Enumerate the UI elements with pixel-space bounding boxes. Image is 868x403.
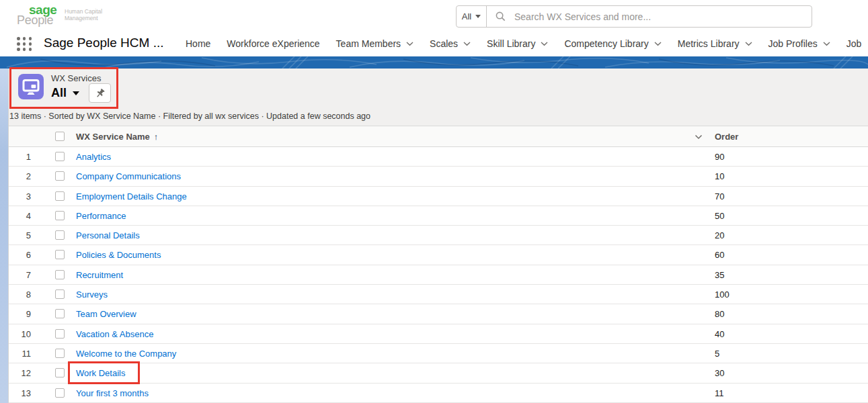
nav-item-skill-library[interactable]: Skill Library [487, 38, 548, 49]
table-row: 9Team Overview80 [0, 304, 868, 324]
order-value: 50 [715, 211, 724, 221]
nav-item-label: Skill Library [487, 38, 535, 49]
wx-services-table: WX Service Name ↑ Order 1Analytics902Com… [0, 126, 868, 403]
table-row: 1Analytics90 [0, 147, 868, 167]
logo-people-text: People [17, 13, 53, 28]
wx-service-link[interactable]: Personal Details [76, 230, 140, 240]
wx-service-link[interactable]: Recruitment [76, 270, 123, 280]
nav-item-label: Scales [430, 38, 458, 49]
row-checkbox[interactable] [55, 152, 65, 161]
order-value: 60 [715, 250, 724, 260]
order-value: 20 [715, 230, 724, 240]
wx-service-link[interactable]: Work Details [76, 368, 125, 378]
row-checkbox[interactable] [55, 349, 65, 358]
search-scope-button[interactable]: All [457, 6, 487, 27]
wx-service-link[interactable]: Surveys [76, 289, 108, 300]
wx-service-link[interactable]: Policies & Documents [76, 250, 161, 260]
nav-item-label: Competency Library [564, 38, 648, 49]
row-checkbox[interactable] [55, 250, 65, 259]
select-all-checkbox[interactable] [55, 132, 65, 141]
column-header-order[interactable]: Order [715, 132, 738, 142]
search-input[interactable] [513, 11, 803, 23]
app-name: Sage People HCM ... [44, 36, 163, 50]
order-value: 100 [715, 289, 729, 300]
row-checkbox[interactable] [55, 368, 65, 377]
chevron-down-icon [475, 15, 481, 18]
table-header-row: WX Service Name ↑ Order [0, 126, 868, 147]
nav-item-label: Metrics Library [678, 38, 740, 49]
table-row: 3Employment Details Change70 [0, 187, 868, 206]
wx-service-link[interactable]: Employment Details Change [76, 191, 187, 202]
wallpaper-texture [0, 56, 868, 69]
wx-service-link[interactable]: Vacation & Absence [76, 329, 153, 339]
logo-tagline-line1: Human Capital [65, 8, 102, 15]
wx-service-link[interactable]: Your first 3 months [76, 388, 149, 398]
wx-service-link[interactable]: Analytics [76, 152, 111, 162]
search-field-wrap [487, 6, 812, 27]
nav-item-metrics-library[interactable]: Metrics Library [678, 38, 752, 49]
order-value: 40 [715, 329, 724, 339]
order-value: 10 [715, 171, 724, 181]
nav-item-home[interactable]: Home [186, 38, 210, 49]
table-row: 5Personal Details20 [0, 226, 868, 245]
pushpin-icon [95, 88, 106, 99]
view-name: All [51, 86, 67, 100]
wx-service-link[interactable]: Welcome to the Company [76, 349, 176, 359]
sort-ascending-icon: ↑ [154, 132, 159, 142]
chevron-down-icon [541, 42, 548, 46]
pin-view-button[interactable] [89, 83, 111, 103]
row-checkbox[interactable] [55, 171, 65, 181]
nav-item-label: Workforce eXperience [227, 38, 319, 49]
list-view-header: WX Services All 13 items · Sorted by WX … [0, 69, 868, 126]
app-launcher-icon[interactable] [17, 37, 32, 51]
logo-tagline: Human Capital Management [65, 8, 102, 21]
nav-item-team-members[interactable]: Team Members [336, 38, 413, 49]
table-row: 11Welcome to the Company5 [0, 344, 868, 363]
nav-item-job[interactable]: Job [846, 38, 862, 49]
table-row: 2Company Communications10 [0, 167, 868, 186]
row-checkbox[interactable] [55, 211, 65, 220]
chevron-down-icon [463, 42, 471, 46]
nav-items: HomeWorkforce eXperienceTeam MembersScal… [186, 31, 868, 56]
nav-item-scales[interactable]: Scales [430, 38, 471, 49]
salesforce-list-view-window: sage People Human Capital Management All [0, 0, 868, 403]
order-value: 70 [715, 191, 724, 202]
row-checkbox[interactable] [55, 270, 65, 279]
table-row: 7Recruitment35 [0, 265, 868, 285]
left-wallpaper-strip [0, 69, 9, 403]
desktop-monitor-icon [18, 74, 44, 99]
order-value: 5 [715, 349, 719, 359]
table-row: 8Surveys100 [0, 285, 868, 304]
table-row: 12Work Details30 [0, 363, 868, 383]
row-checkbox[interactable] [55, 289, 65, 299]
sage-people-logo: sage People Human Capital Management [0, 0, 108, 31]
list-view-selector[interactable]: All [51, 83, 79, 103]
chevron-down-icon [406, 42, 413, 46]
row-checkbox[interactable] [55, 230, 65, 240]
column-header-wx-service-name[interactable]: WX Service Name ↑ [76, 132, 158, 142]
order-value: 35 [715, 270, 724, 280]
nav-item-competency-library[interactable]: Competency Library [564, 38, 661, 49]
wx-service-link[interactable]: Performance [76, 211, 126, 221]
table-row: 6Policies & Documents60 [0, 245, 868, 265]
logo-tagline-line2: Management [65, 15, 98, 21]
order-value: 30 [715, 368, 724, 378]
row-checkbox[interactable] [55, 388, 65, 398]
global-search: All [456, 5, 812, 28]
row-checkbox[interactable] [55, 309, 65, 318]
nav-item-label: Job Profiles [768, 38, 818, 49]
header-wallpaper-band [0, 56, 868, 69]
chevron-down-icon[interactable] [695, 134, 703, 140]
wx-services-object-icon [18, 74, 44, 99]
wx-service-link[interactable]: Company Communications [76, 171, 181, 181]
list-status-text: 13 items · Sorted by WX Service Name · F… [9, 111, 370, 121]
search-scope-label: All [462, 11, 471, 21]
nav-item-workforce-experience[interactable]: Workforce eXperience [227, 38, 319, 49]
row-checkbox[interactable] [55, 191, 65, 201]
row-checkbox[interactable] [55, 329, 65, 339]
wx-service-link[interactable]: Team Overview [76, 309, 136, 319]
app-navigation-bar: Sage People HCM ... HomeWorkforce eXperi… [0, 31, 868, 56]
chevron-down-icon [654, 42, 662, 46]
nav-item-job-profiles[interactable]: Job Profiles [768, 38, 830, 49]
entity-name: WX Services [51, 73, 101, 83]
